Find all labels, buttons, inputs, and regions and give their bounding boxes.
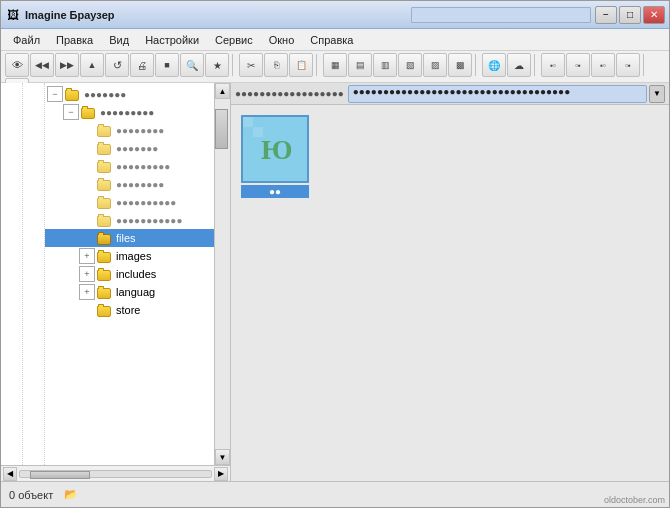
file-tree[interactable]: − ●●●●●●● − xyxy=(45,83,214,465)
tb-paste-btn[interactable]: 📋 xyxy=(289,53,313,77)
tree-item-f3[interactable]: ●●●●●●● xyxy=(45,139,214,157)
menu-view[interactable]: Вид xyxy=(101,32,137,48)
folder-f4-icon xyxy=(97,160,113,173)
tree-item-f4[interactable]: ●●●●●●●●● xyxy=(45,157,214,175)
tb-back-btn[interactable]: ◀◀ xyxy=(30,53,54,77)
folder-files-icon xyxy=(97,232,113,245)
tb-grid3-btn[interactable]: ▪▫ xyxy=(591,53,615,77)
tb-up-btn[interactable]: ▲ xyxy=(80,53,104,77)
menu-edit[interactable]: Правка xyxy=(48,32,101,48)
vsb-down-btn[interactable]: ▼ xyxy=(215,449,230,465)
menu-tools[interactable]: Сервис xyxy=(207,32,261,48)
menu-settings[interactable]: Настройки xyxy=(137,32,207,48)
main-window: 🖼 Imagine Браузер − □ ✕ Файл Правка Вид … xyxy=(0,0,670,508)
tb-forward-btn[interactable]: ▶▶ xyxy=(55,53,79,77)
expand-root-icon[interactable]: − xyxy=(47,86,63,102)
tb-search-btn[interactable]: 🔍 xyxy=(180,53,204,77)
tb-thumb1-btn[interactable]: ▦ xyxy=(323,53,347,77)
tree-item-language[interactable]: + languag xyxy=(45,283,214,301)
tree-item-f2[interactable]: ●●●●●●●● xyxy=(45,121,214,139)
status-folder-icon[interactable]: 📂 xyxy=(61,485,81,505)
folder-includes-icon xyxy=(97,268,113,281)
tree-item-f5[interactable]: ●●●●●●●● xyxy=(45,175,214,193)
svg-text:Ю: Ю xyxy=(261,134,293,165)
tree-horizontal-scrollbar[interactable]: ◀ ▶ xyxy=(1,465,230,481)
tb-thumb3-btn[interactable]: ▥ xyxy=(373,53,397,77)
no-expand-store xyxy=(79,302,95,318)
tb-grid2-btn[interactable]: ▫▪ xyxy=(566,53,590,77)
tb-print-btn[interactable]: 🖨 xyxy=(130,53,154,77)
tree-vertical-scrollbar[interactable]: ▲ ▼ xyxy=(214,83,230,465)
tb-thumb6-btn[interactable]: ▩ xyxy=(448,53,472,77)
close-button[interactable]: ✕ xyxy=(643,6,665,24)
menu-help[interactable]: Справка xyxy=(302,32,361,48)
expand-includes-icon[interactable]: + xyxy=(79,266,95,282)
tb-thumb2-btn[interactable]: ▤ xyxy=(348,53,372,77)
tree-item-l1[interactable]: − ●●●●●●●●● xyxy=(45,103,214,121)
tree-label-f4: ●●●●●●●●● xyxy=(116,161,170,172)
tb-thumb5-btn[interactable]: ▨ xyxy=(423,53,447,77)
tree-label-includes: includes xyxy=(116,268,156,280)
tb-grid1-btn[interactable]: ▪▫ xyxy=(541,53,565,77)
tree-label-root: ●●●●●●● xyxy=(84,89,126,100)
tb-cut-btn[interactable]: ✂ xyxy=(239,53,263,77)
tb-net1-btn[interactable]: 🌐 xyxy=(482,53,506,77)
tb-fav-btn[interactable]: ★ xyxy=(205,53,229,77)
tree-label-l1: ●●●●●●●●● xyxy=(100,107,154,118)
right-panel: ●●●●●●●●●●●●●●●●●● ●●●●●●●●●●●●●●●●●●●●●… xyxy=(231,83,669,481)
tb-view-btn[interactable]: 👁 xyxy=(5,53,29,77)
address-input[interactable]: ●●●●●●●●●●●●●●●●●●●●●●●●●●●●●●●●●●●● xyxy=(348,85,647,103)
hsb-track[interactable] xyxy=(19,470,212,478)
window-title: Imagine Браузер xyxy=(25,9,411,21)
menu-file[interactable]: Файл xyxy=(5,32,48,48)
tree-label-f6: ●●●●●●●●●● xyxy=(116,197,176,208)
minimize-button[interactable]: − xyxy=(595,6,617,24)
folder-l1-icon xyxy=(81,106,97,119)
hsb-left-btn[interactable]: ◀ xyxy=(3,467,17,481)
left-col-2 xyxy=(23,83,45,465)
address-dropdown-btn[interactable]: ▼ xyxy=(649,85,665,103)
hsb-thumb[interactable] xyxy=(30,471,90,479)
vsb-up-btn[interactable]: ▲ xyxy=(215,83,230,99)
vsb-thumb[interactable] xyxy=(215,109,228,149)
folder-f6-icon xyxy=(97,196,113,209)
no-expand-files xyxy=(79,230,95,246)
expand-images-icon[interactable]: + xyxy=(79,248,95,264)
tb-copy-btn[interactable]: ⎘ xyxy=(264,53,288,77)
preview-thumbnail[interactable]: Ю xyxy=(241,115,309,183)
maximize-button[interactable]: □ xyxy=(619,6,641,24)
preview-item-ocho[interactable]: Ю ●● xyxy=(241,115,309,198)
tree-label-files: files xyxy=(116,232,136,244)
tree-item-files[interactable]: files xyxy=(45,229,214,247)
tb-grid4-btn[interactable]: ▫▪ xyxy=(616,53,640,77)
tree-item-store[interactable]: store xyxy=(45,301,214,319)
tree-item-f7[interactable]: ●●●●●●●●●●● xyxy=(45,211,214,229)
toolbar: 👁 ◀◀ ▶▶ ▲ ↺ 🖨 ■ 🔍 ★ ✂ ⎘ 📋 ▦ ▤ ▥ ▧ ▨ ▩ 🌐 … xyxy=(1,51,669,83)
tb-net2-btn[interactable]: ☁ xyxy=(507,53,531,77)
expand-l1-icon[interactable]: − xyxy=(63,104,79,120)
svg-rect-2 xyxy=(253,117,263,127)
vsb-track[interactable] xyxy=(215,99,230,449)
tb-thumb4-btn[interactable]: ▧ xyxy=(398,53,422,77)
no-expand-f3 xyxy=(79,140,95,156)
main-area: − ●●●●●●● − xyxy=(1,83,669,481)
tb-sep-5 xyxy=(643,54,647,76)
svg-rect-3 xyxy=(243,127,253,137)
expand-language-icon[interactable]: + xyxy=(79,284,95,300)
hsb-right-btn[interactable]: ▶ xyxy=(214,467,228,481)
tb-refresh-btn[interactable]: ↺ xyxy=(105,53,129,77)
preview-image-svg: Ю xyxy=(243,117,307,181)
window-controls: − □ ✕ xyxy=(595,6,665,24)
no-expand-f7 xyxy=(79,212,95,228)
tree-label-f7: ●●●●●●●●●●● xyxy=(116,215,182,226)
tb-stop-btn[interactable]: ■ xyxy=(155,53,179,77)
tree-item-root[interactable]: − ●●●●●●● xyxy=(45,85,214,103)
menu-bar: Файл Правка Вид Настройки Сервис Окно Сп… xyxy=(1,29,669,51)
no-expand-f2 xyxy=(79,122,95,138)
tree-item-includes[interactable]: + includes xyxy=(45,265,214,283)
tb-sep-4 xyxy=(534,54,538,76)
menu-window[interactable]: Окно xyxy=(261,32,303,48)
tree-item-f6[interactable]: ●●●●●●●●●● xyxy=(45,193,214,211)
tree-item-images[interactable]: + images xyxy=(45,247,214,265)
left-col-1 xyxy=(1,83,23,465)
